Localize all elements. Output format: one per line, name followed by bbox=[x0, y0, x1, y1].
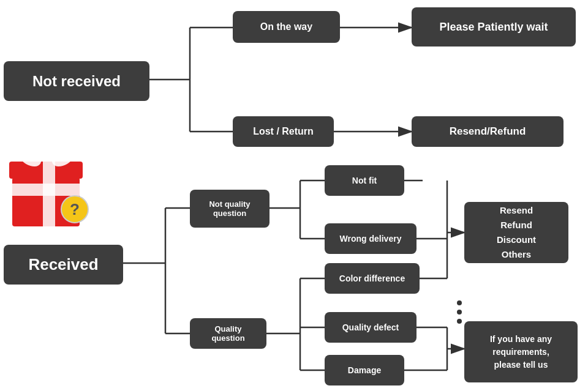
on-the-way-box: On the way bbox=[233, 11, 340, 43]
resend-refund-options-box: Resend Refund Discount Others bbox=[464, 202, 568, 263]
please-wait-box: Please Patiently wait bbox=[412, 7, 576, 47]
damage-box: Damage bbox=[325, 355, 404, 385]
not-received-box: Not received bbox=[4, 61, 149, 101]
received-box: Received bbox=[4, 245, 123, 285]
wrong-delivery-box: Wrong delivery bbox=[325, 223, 417, 254]
quality-defect-box: Quality defect bbox=[325, 312, 417, 343]
question-mark: ? bbox=[61, 195, 89, 223]
svg-point-28 bbox=[457, 300, 462, 305]
requirements-box: If you have any requirements, please tel… bbox=[464, 321, 578, 382]
not-fit-box: Not fit bbox=[325, 165, 404, 196]
not-quality-question-box: Not quality question bbox=[190, 190, 270, 228]
quality-question-box: Quality question bbox=[190, 318, 266, 349]
lost-return-box: Lost / Return bbox=[233, 116, 334, 147]
svg-point-30 bbox=[457, 319, 462, 324]
color-difference-box: Color difference bbox=[325, 263, 420, 294]
resend-refund-top-box: Resend/Refund bbox=[412, 116, 564, 147]
gift-icon: ? bbox=[6, 141, 92, 226]
diagram: ? Not received On the way Please Patient… bbox=[0, 0, 588, 391]
svg-point-29 bbox=[457, 310, 462, 315]
